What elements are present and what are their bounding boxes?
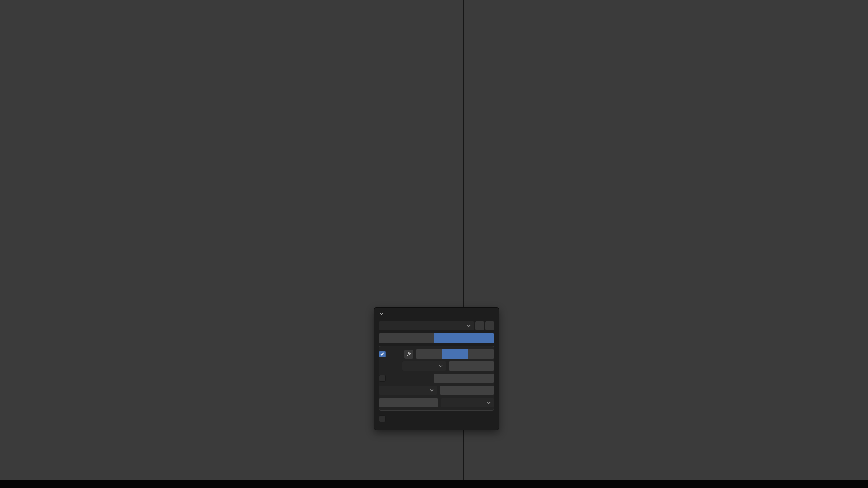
blender-dual-window [0, 0, 868, 488]
chevron-down-icon [379, 311, 384, 317]
operator-presets-dropdown[interactable] [379, 321, 474, 330]
mesh-heal-panel [374, 307, 499, 430]
chevron-down-icon [429, 388, 434, 393]
mode-heal-button[interactable] [416, 349, 442, 359]
mode-bridge-button[interactable] [442, 349, 468, 359]
selection-mode-segment [379, 333, 494, 343]
check-icon [380, 352, 385, 357]
panel-header[interactable] [379, 311, 494, 317]
blend-path-dropdown[interactable] [379, 386, 437, 395]
preset-add-button[interactable] [475, 321, 484, 330]
angle-field[interactable] [449, 361, 494, 371]
heal-mode-segment [416, 349, 494, 359]
pin-button[interactable] [404, 350, 413, 359]
heal-checkbox[interactable] [379, 351, 386, 357]
bottom-strip [0, 480, 868, 488]
heal-corner-checkbox[interactable] [379, 415, 386, 422]
chevron-down-icon [486, 400, 491, 405]
profile-field[interactable] [379, 398, 438, 407]
preset-remove-button[interactable] [485, 321, 494, 330]
smooth-field[interactable] [440, 386, 494, 395]
mode-fold-button[interactable] [468, 349, 494, 359]
falloff-dropdown[interactable] [441, 398, 494, 407]
chevron-down-icon [439, 364, 443, 368]
user-selection-button[interactable] [379, 333, 434, 343]
pin-icon [406, 351, 412, 357]
select-material-dropdown[interactable] [402, 361, 446, 371]
cuts-field[interactable] [434, 374, 494, 383]
chevron-down-icon [467, 324, 471, 328]
faces-near-cursor-button[interactable] [434, 333, 494, 343]
connected-checkbox[interactable] [379, 375, 386, 382]
